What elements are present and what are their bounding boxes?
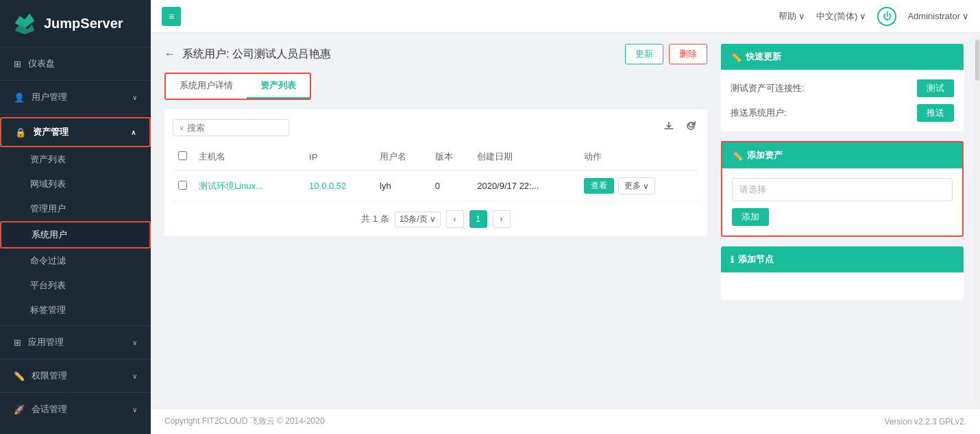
session-icon: 🚀 [14,405,25,415]
page-size-arrow-icon: ∨ [430,214,436,224]
main-wrapper: ≡ 帮助 ∨ 中文(简体) ∨ ⏻ Administrator ∨ [151,0,980,434]
more-arrow-icon: ∨ [643,181,649,191]
add-asset-icon: ✏️ [732,151,743,161]
sidebar-sub-label: 平台列表 [30,279,66,292]
col-username: 用户名 [374,144,430,170]
help-link[interactable]: 帮助 ∨ [779,10,805,23]
app-icon: ⊞ [14,337,21,348]
user-label: Administrator [907,11,960,21]
sidebar-sub-label: 网域列表 [30,178,66,190]
sidebar-sub-label: 标签管理 [30,304,66,316]
sidebar-item-system-user[interactable]: 系统用户 [0,221,151,248]
divider3 [0,325,151,326]
divider1 [0,80,151,81]
user-link[interactable]: Administrator ∨ [907,11,969,21]
row-checkbox[interactable] [178,181,187,190]
chevron-down-icon: ∨ [132,406,137,413]
download-button[interactable] [661,118,677,137]
logo-icon [12,11,37,36]
add-asset-header: ✏️ 添加资产 [722,142,962,168]
menu-toggle-button[interactable]: ≡ [162,7,181,26]
sidebar-item-app-mgmt[interactable]: ⊞ 应用管理 ∨ [0,329,151,356]
sidebar-item-asset-mgmt[interactable]: 🔒 资产管理 ∧ [0,117,151,147]
main-panel: ← 系统用户: 公司测试人员吕艳惠 更新 删除 系统用户详情 资产列表 [151,33,721,408]
version: Version v2.2.3 GPLv2. [885,417,966,426]
content-area: ← 系统用户: 公司测试人员吕艳惠 更新 删除 系统用户详情 资产列表 [151,33,980,408]
lock-icon: 🔒 [15,127,26,138]
page-size-select[interactable]: 15条/页 ∨ [395,212,441,227]
sidebar-item-perm-mgmt[interactable]: ✏️ 权限管理 ∨ [0,362,151,390]
total-count: 共 1 条 [361,213,389,225]
vertical-scrollbar[interactable] [975,33,980,408]
chevron-down-icon: ∨ [132,372,137,380]
search-input[interactable] [187,123,283,133]
sidebar-item-user-mgmt[interactable]: 👤 用户管理 ∨ [0,84,151,111]
divider4 [0,359,151,359]
sidebar: JumpServer ⊞ 仪表盘 👤 用户管理 ∨ 🔒 资产管理 ∧ 资产列表 … [0,0,151,434]
page-1-button[interactable]: 1 [469,210,487,228]
sidebar-item-cmd-filter[interactable]: 命令过滤 [0,248,151,273]
refresh-button[interactable] [683,118,699,137]
quick-update-header: ✏️ 快速更新 [721,44,964,70]
test-label: 测试资产可连接性: [731,82,805,94]
tabs-bar: 系统用户详情 资产列表 [164,73,311,100]
cell-created: 2020/9/17 22:... [477,181,539,191]
sidebar-sub-label: 系统用户 [32,229,67,241]
cell-version: 0 [435,181,440,191]
test-button[interactable]: 测试 [917,79,954,97]
sidebar-item-asset-list[interactable]: 资产列表 [0,147,151,172]
test-connectivity-row: 测试资产可连接性: 测试 [731,79,954,97]
add-node-header: ℹ 添加节点 [721,246,964,272]
more-button[interactable]: 更多 ∨ [618,177,655,194]
sidebar-item-network-list[interactable]: 网域列表 [0,172,151,196]
delete-button[interactable]: 删除 [669,44,707,64]
cell-hostname[interactable]: 测试环境Linux... [199,181,263,191]
push-button[interactable]: 推送 [917,104,954,122]
tab-system-user-detail[interactable]: 系统用户详情 [166,74,247,99]
select-all-checkbox[interactable] [178,151,187,160]
search-box[interactable]: ∨ [173,119,289,136]
back-button[interactable]: ← [164,48,175,60]
prev-page-button[interactable]: ‹ [446,210,464,228]
app-name: JumpServer [44,16,123,31]
scrollbar-thumb[interactable] [975,40,979,81]
sidebar-sub-label: 命令过滤 [30,255,66,267]
language-link[interactable]: 中文(简体) ∨ [816,10,867,23]
table-row: 测试环境Linux... 10.0.0.52 lyh 0 [173,170,699,202]
update-button[interactable]: 更新 [625,44,663,64]
sidebar-item-tag-mgmt[interactable]: 标签管理 [0,298,151,322]
dashboard-icon: ⊞ [14,59,21,69]
col-ip: IP [304,144,374,170]
more-label: 更多 [624,180,641,192]
push-system-user-row: 推送系统用户: 推送 [731,104,954,122]
cell-ip[interactable]: 10.0.0.52 [309,181,346,191]
sidebar-item-admin-user[interactable]: 管理用户 [0,196,151,221]
title-bar-left: ← 系统用户: 公司测试人员吕艳惠 [164,47,331,62]
sidebar-item-session-mgmt[interactable]: 🚀 会话管理 ∨ [0,396,151,423]
chevron-down-icon: ∨ [132,94,137,101]
lang-arrow-icon: ∨ [859,11,866,21]
page-title: 系统用户: 公司测试人员吕艳惠 [182,47,331,62]
header-actions: 帮助 ∨ 中文(简体) ∨ ⏻ Administrator ∨ [779,7,969,26]
add-asset-button[interactable]: 添加 [732,208,769,226]
sidebar-item-platform-list[interactable]: 平台列表 [0,273,151,298]
sidebar-item-label: 用户管理 [32,91,67,103]
action-cell: 查看 更多 ∨ [584,177,694,194]
tab-asset-list[interactable]: 资产列表 [247,74,310,99]
add-node-icon: ℹ [731,255,734,265]
sidebar-item-dashboard[interactable]: ⊞ 仪表盘 [0,50,151,77]
language-label: 中文(简体) [816,10,858,23]
view-button[interactable]: 查看 [584,178,614,194]
search-expand-icon: ∨ [179,123,184,132]
right-panel: ✏️ 快速更新 测试资产可连接性: 测试 推送系统用户: 推送 [721,33,975,408]
add-asset-body: 请选择 添加 [722,168,962,235]
sidebar-item-label: 应用管理 [28,336,64,348]
add-node-card: ℹ 添加节点 [721,246,964,300]
col-version: 版本 [430,144,472,170]
help-arrow-icon: ∨ [798,11,805,21]
next-page-button[interactable]: › [493,210,511,228]
divider5 [0,392,151,393]
asset-select[interactable]: 请选择 [732,178,953,201]
power-button[interactable]: ⏻ [877,7,896,26]
footer: Copyright FIT2CLOUD 飞致云 © 2014-2020 Vers… [151,408,980,434]
